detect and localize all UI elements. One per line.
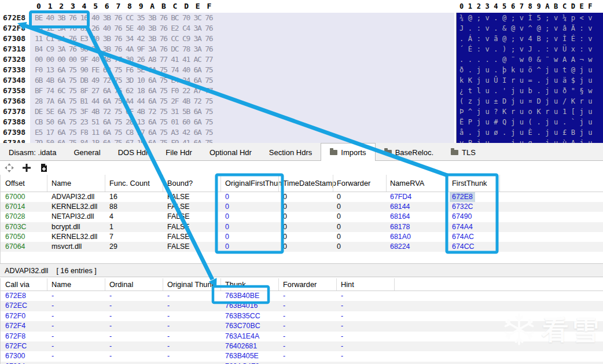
- cell-name[interactable]: -: [52, 332, 54, 341]
- cell-call-via[interactable]: 672E8: [5, 291, 26, 301]
- hex-row-bytes[interactable]: B4 C9 3A 76 96 29 3B 76 4A 9F 3A 76 DC 7…: [35, 44, 212, 54]
- tab-disasm-idata[interactable]: Disasm: .idata: [0, 145, 65, 160]
- cell-bound[interactable]: FALSE: [167, 242, 190, 252]
- follow-cross-icon[interactable]: [5, 163, 14, 172]
- cell-thunk[interactable]: 763B4016: [225, 301, 258, 311]
- column-header-name-rva[interactable]: NameRVA: [390, 179, 424, 187]
- cell-bound[interactable]: FALSE: [167, 192, 190, 202]
- cell-original-first-thunk[interactable]: 0: [225, 212, 229, 222]
- cell-dll-name[interactable]: msvcrt.dll: [52, 242, 82, 252]
- import-dll-row[interactable]: 6703C bcrypt.dll 1 FALSE 0 0 0 68178 674…: [1, 222, 603, 232]
- cell-original-thunk[interactable]: -: [167, 311, 170, 321]
- import-dll-row[interactable]: 67028 NETAPI32.dll 4 FALSE 0 0 0 68164 6…: [1, 212, 603, 222]
- column-header-offset[interactable]: Offset: [5, 179, 25, 187]
- cell-thunk[interactable]: 763C70BC: [225, 321, 260, 331]
- hex-row-bytes[interactable]: CB 50 6A 75 23 51 6A 75 28 13 6A 75 01 6…: [35, 117, 212, 127]
- cell-thunk[interactable]: 76402681: [225, 341, 257, 351]
- column-header-first-thunk[interactable]: FirstThunk: [452, 179, 487, 187]
- cell-call-via[interactable]: 672F8: [5, 332, 25, 341]
- cell-forwarder[interactable]: -: [283, 332, 285, 341]
- cell-name[interactable]: -: [52, 362, 54, 364]
- thunk-row[interactable]: 672EC - - - 763B4016 - -: [1, 301, 603, 311]
- cell-original-thunk[interactable]: -: [167, 332, 170, 341]
- hex-row-bytes[interactable]: 4A 1E 3A 76 81 26 40 76 5E 40 3B 76 E2 C…: [35, 23, 212, 34]
- cell-thunk[interactable]: 763B40BE: [225, 291, 259, 301]
- cell-first-thunk[interactable]: 674CC: [452, 242, 475, 252]
- cell-call-via[interactable]: 67304: [5, 362, 25, 364]
- cell-ordinal[interactable]: -: [109, 291, 112, 301]
- thunk-row[interactable]: 672F8 - - - 763A1E4A - -: [1, 332, 603, 341]
- cell-dll-name[interactable]: KERNEL32.dll: [52, 202, 97, 212]
- cell-forwarder[interactable]: 0: [337, 202, 341, 212]
- cell-offset[interactable]: 67050: [5, 232, 25, 242]
- cell-bound[interactable]: FALSE: [167, 212, 190, 222]
- cell-name-rva[interactable]: 68224: [390, 242, 410, 252]
- import-dll-row[interactable]: 67064 msvcrt.dll 29 FALSE 0 0 0 68224 67…: [1, 242, 603, 252]
- import-dll-row[interactable]: 67050 KERNEL32.dll 7 FALSE 0 0 0 681A0 6…: [1, 232, 603, 242]
- cell-original-thunk[interactable]: -: [167, 321, 170, 331]
- cell-ordinal[interactable]: -: [109, 351, 112, 361]
- cell-time-date-stamp[interactable]: 0: [283, 202, 287, 212]
- cell-name-rva[interactable]: 67FD4: [390, 192, 411, 202]
- tab-basereloc[interactable]: BaseReloc.: [376, 145, 442, 160]
- tab-imports[interactable]: Imports: [321, 143, 375, 161]
- cell-name[interactable]: -: [52, 301, 54, 311]
- cell-time-date-stamp[interactable]: 0: [283, 192, 287, 202]
- thunk-row[interactable]: 672F0 - - - 763B35CC - -: [1, 311, 603, 321]
- cell-original-thunk[interactable]: -: [167, 301, 170, 311]
- cell-name[interactable]: -: [52, 311, 54, 321]
- hex-row-chars[interactable]: .....@¨w0&¨wAA¬w: [459, 54, 597, 65]
- thunk-row[interactable]: 672FC - - - 76402681 - -: [1, 341, 603, 351]
- hex-row-chars[interactable]: ¾@;v.@;vÌ5;v¼p<v: [459, 13, 597, 23]
- cell-ordinal[interactable]: -: [109, 301, 112, 311]
- column-header-time-date-stamp[interactable]: TimeDateStamp: [283, 179, 336, 187]
- cell-bound[interactable]: FALSE: [167, 202, 190, 212]
- cell-name-rva[interactable]: 68144: [390, 202, 410, 212]
- tab-tls[interactable]: TLS: [442, 145, 484, 160]
- cell-bound[interactable]: FALSE: [167, 222, 190, 232]
- cell-original-first-thunk[interactable]: 0: [225, 222, 229, 232]
- cell-original-thunk[interactable]: -: [167, 341, 170, 351]
- hex-row-chars[interactable]: J.:v.&@v^@;vâÄ:v: [459, 23, 597, 34]
- cell-ordinal[interactable]: -: [109, 362, 112, 364]
- cell-call-via[interactable]: 67300: [5, 351, 25, 361]
- cell-hint[interactable]: -: [341, 332, 343, 341]
- cell-hint[interactable]: -: [341, 351, 343, 361]
- hex-row-bytes[interactable]: 28 7A 6A 75 B1 44 6A 75 A4 44 6A 75 2F 4…: [35, 96, 212, 106]
- cell-call-via[interactable]: 672F0: [5, 311, 25, 321]
- tab-optional-hdr[interactable]: Optional Hdr: [201, 145, 260, 160]
- hex-row-chars[interactable]: (zju±Dju¤Dju/Kru: [459, 96, 597, 106]
- hex-row-chars[interactable]: kKjuÛIru=.juä$ju: [459, 75, 597, 86]
- cell-hint[interactable]: -: [341, 362, 343, 364]
- cell-forwarder[interactable]: -: [283, 301, 285, 311]
- cell-dll-name[interactable]: KERNEL32.dll: [52, 232, 97, 242]
- column-header-ordinal[interactable]: Ordinal: [109, 280, 133, 289]
- cell-ordinal[interactable]: -: [109, 321, 112, 331]
- cell-time-date-stamp[interactable]: 0: [283, 242, 287, 252]
- cell-original-first-thunk[interactable]: 0: [225, 202, 229, 212]
- hex-row-chars[interactable]: .Á:vã@;v4B;vÌÉ:v: [459, 34, 597, 44]
- cell-first-thunk[interactable]: 674AC: [452, 232, 474, 242]
- cell-forwarder[interactable]: -: [283, 311, 285, 321]
- cell-first-thunk[interactable]: 672E8: [450, 192, 475, 202]
- hex-row-chars[interactable]: ´É:v.);vJ.:vÜx:v: [459, 44, 597, 54]
- column-header-name[interactable]: Name: [52, 280, 71, 289]
- thunk-row[interactable]: 672F4 - - - 763C70BC - -: [1, 321, 603, 331]
- cell-forwarder[interactable]: 0: [337, 192, 341, 202]
- cell-call-via[interactable]: 672EC: [5, 301, 27, 311]
- cell-hint[interactable]: -: [341, 321, 343, 331]
- cell-forwarder[interactable]: -: [283, 351, 285, 361]
- hex-row-bytes[interactable]: BE 40 3B 76 16 40 3B 76 CC 35 3B 76 BC 7…: [35, 13, 212, 23]
- hex-row-chars[interactable]: ¿tlu.'jub.juð"§w: [459, 86, 597, 96]
- column-header-original-first-thunk[interactable]: OriginalFirstThun: [225, 179, 282, 187]
- cell-name[interactable]: -: [52, 291, 54, 301]
- hex-row-chars[interactable]: ð.ju.þkuö^jut@ju: [459, 65, 597, 75]
- hex-row-bytes[interactable]: DE 5E 6A 75 3F 4B 72 75 6F 4B 72 75 31 5…: [35, 106, 212, 117]
- cell-original-thunk[interactable]: -: [167, 291, 170, 301]
- cell-thunk[interactable]: 763AC4F3: [225, 362, 259, 364]
- cell-original-thunk[interactable]: -: [167, 351, 170, 361]
- cell-call-via[interactable]: 672F4: [5, 321, 25, 331]
- cell-name-rva[interactable]: 68164: [390, 212, 410, 222]
- cell-func-count[interactable]: 4: [109, 212, 113, 222]
- tab-file-hdr[interactable]: File Hdr: [157, 145, 201, 160]
